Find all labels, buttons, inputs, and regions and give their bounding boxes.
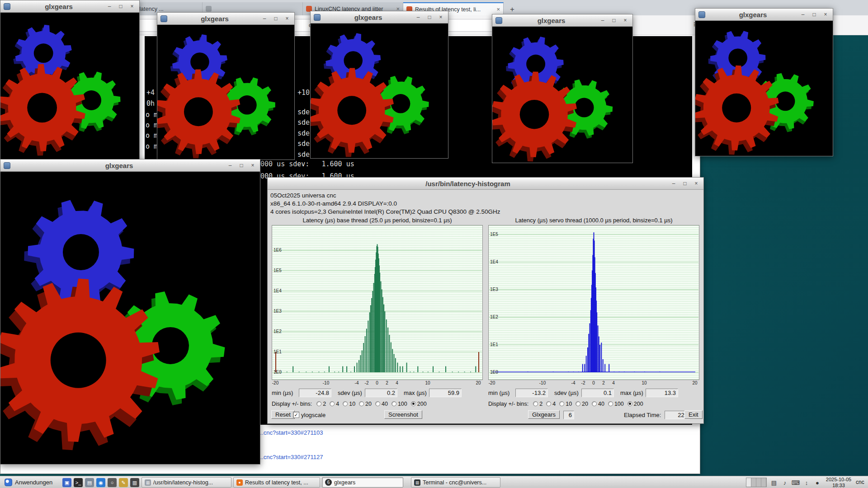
window-count-badge: 6 (325, 479, 332, 486)
applications-menu-button[interactable]: Anwendungen (1, 477, 56, 488)
bins-radio-40[interactable]: 40 (375, 401, 388, 407)
minimize-icon[interactable]: – (599, 17, 606, 24)
min-value: -24.8 (299, 389, 331, 397)
glxgears-button[interactable]: Glxgears (528, 410, 560, 419)
workspace-pager[interactable] (746, 478, 767, 487)
volume-tray-icon[interactable]: ♪ (780, 478, 789, 487)
window-title: glxgears (170, 15, 259, 23)
minimize-icon[interactable]: – (106, 3, 113, 10)
bins-radio-200[interactable]: 200 (627, 401, 643, 407)
bins-radio-4[interactable]: 4 (546, 401, 556, 407)
maximize-icon[interactable]: □ (811, 11, 818, 18)
terminal-text: sde (297, 150, 310, 159)
glxgears-window-2[interactable]: glxgears –□× (157, 12, 295, 160)
maximize-icon[interactable]: □ (238, 162, 245, 169)
glxgears-window-4[interactable]: glxgears –□× (492, 14, 633, 163)
servo-thread-panel: Latency (µs) servo thread (1000.0 µs per… (487, 217, 700, 409)
glxgears-count-field[interactable]: 6 (563, 411, 574, 419)
bins-radio-2[interactable]: 2 (316, 401, 326, 407)
task-latency-histogram[interactable]: ▥ /usr/bin/latency-histog... (142, 477, 231, 488)
launcher-web-browser[interactable]: ◉ (96, 478, 105, 487)
bins-radio-10[interactable]: 10 (343, 401, 355, 407)
task-results-latency-test[interactable]: ● Results of latency test, ... (233, 477, 320, 488)
close-icon[interactable]: × (822, 11, 829, 18)
clock[interactable]: 2025-10-05 18:33 (824, 477, 854, 488)
maximize-icon[interactable]: □ (681, 180, 689, 187)
bins-radio-100[interactable]: 100 (608, 401, 624, 407)
printer-tray-icon[interactable]: ▤ (769, 478, 778, 487)
glxgears-window-3[interactable]: glxgears –□× (310, 11, 448, 159)
launcher-terminal[interactable]: >_ (74, 478, 83, 487)
window-titlebar[interactable]: glxgears –□× (0, 0, 139, 13)
app-icon (160, 15, 167, 22)
window-titlebar[interactable]: glxgears –□× (311, 11, 448, 23)
exit-button[interactable]: Exit (684, 410, 703, 419)
info-line-kernel: x86_64 6.1.0-30-rt-amd64 2.9.4 DISPLAY=:… (270, 200, 701, 208)
terminal-text: o m (146, 131, 158, 140)
terminal-text: sde (297, 108, 310, 116)
ylogscale-checkbox[interactable]: ✓ (293, 412, 299, 418)
screenshot-button[interactable]: Screenshot (384, 410, 422, 419)
sdev-value: 0.1 (581, 389, 614, 397)
bins-radio-2[interactable]: 2 (533, 401, 542, 407)
minimize-icon[interactable]: – (670, 180, 677, 187)
close-icon[interactable]: × (249, 162, 256, 169)
task-terminal[interactable]: ▥ Terminal - cnc@univers... (411, 477, 500, 488)
bins-radio-100[interactable]: 100 (392, 401, 407, 407)
terminal-text: sde (297, 140, 310, 148)
close-icon[interactable]: × (437, 14, 444, 21)
maximize-icon[interactable]: □ (117, 3, 124, 10)
launcher-display[interactable]: ▣ (62, 478, 71, 487)
minimize-icon[interactable]: – (415, 14, 422, 21)
keyboard-tray-icon[interactable]: ⌨ (791, 478, 800, 487)
window-title: glxgears (14, 3, 104, 10)
close-icon[interactable]: × (622, 17, 629, 24)
app-icon (4, 3, 10, 10)
notifications-tray-icon[interactable]: ● (813, 478, 822, 487)
latency-histogram-window[interactable]: /usr/bin/latency-histogram –□× 05Oct2025… (267, 177, 704, 424)
close-icon[interactable]: × (283, 15, 291, 22)
network-tray-icon[interactable]: ↕ (802, 478, 811, 487)
launcher-search[interactable]: ○ (108, 478, 117, 487)
maximize-icon[interactable]: □ (272, 15, 279, 22)
reset-button[interactable]: Reset (271, 410, 295, 419)
maximize-icon[interactable]: □ (610, 17, 618, 24)
close-icon[interactable]: × (693, 180, 700, 187)
window-title: glxgears (708, 11, 797, 19)
max-value: 13.3 (646, 389, 678, 397)
glxgears-window-6[interactable]: glxgears –□× (0, 159, 260, 465)
minimize-icon[interactable]: – (799, 11, 807, 18)
maximize-icon[interactable]: □ (426, 14, 433, 21)
window-titlebar[interactable]: /usr/bin/latency-histogram –□× (268, 178, 703, 190)
task-glxgears-group[interactable]: 6 glxgears (322, 477, 403, 488)
bins-radio-200[interactable]: 200 (411, 401, 427, 407)
close-icon[interactable]: × (128, 3, 136, 10)
bins-radio-4[interactable]: 4 (330, 401, 339, 407)
window-titlebar[interactable]: glxgears –□× (0, 160, 260, 172)
launcher-editor[interactable]: ✎ (119, 478, 128, 487)
window-titlebar[interactable]: glxgears –□× (492, 14, 632, 27)
clock-time: 18:33 (824, 483, 854, 488)
launcher-terminal-2[interactable]: ▥ (130, 478, 139, 487)
window-titlebar[interactable]: glxgears –□× (157, 13, 294, 25)
glxgears-window-5[interactable]: glxgears –□× (695, 8, 833, 156)
clock-date: 2025-10-05 (824, 477, 854, 483)
bins-radio-20[interactable]: 20 (359, 401, 372, 407)
sdev-value: 0.2 (365, 389, 397, 397)
minimize-icon[interactable]: – (226, 162, 234, 169)
bins-radio-20[interactable]: 20 (576, 401, 588, 407)
bins-radio-40[interactable]: 40 (592, 401, 604, 407)
base-thread-panel: Latency (µs) base thread (25.0 µs period… (271, 217, 484, 409)
bins-radio-10[interactable]: 10 (559, 401, 572, 407)
applications-icon (5, 479, 12, 486)
window-titlebar[interactable]: glxgears –□× (695, 9, 833, 21)
bins-label: Display +/- bins: (488, 401, 528, 407)
window-title: /usr/bin/latency-histogram (268, 180, 668, 188)
launcher-file-manager[interactable]: ▤ (85, 478, 94, 487)
max-label: max (µs) (404, 389, 429, 396)
glxgears-window-1[interactable]: glxgears –□× (0, 0, 140, 160)
minimize-icon[interactable]: – (261, 15, 268, 22)
terminal-text: sde (297, 118, 310, 127)
min-label: min (µs) (272, 389, 299, 396)
tab-close-icon[interactable]: × (496, 6, 500, 13)
